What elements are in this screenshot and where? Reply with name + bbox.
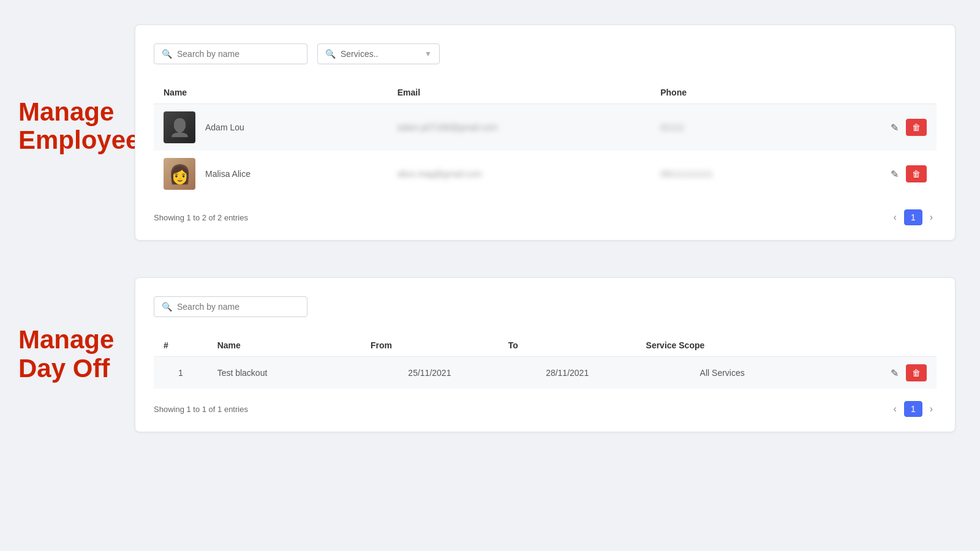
employee-row: Adam Lou adam.p07188@gmail.com 01111 ✎ 🗑 [154,104,937,151]
employees-search-box[interactable]: 🔍 [154,43,307,64]
dayoff-panel: 🔍 # Name From To Service Scope 1 Test bl… [135,277,956,432]
employees-page-1-btn[interactable]: 1 [904,209,922,225]
dayoff-table-head: # Name From To Service Scope [154,334,937,357]
dayoff-table: # Name From To Service Scope 1 Test blac… [154,334,937,389]
services-dropdown-label: Services.. [341,49,420,59]
dayoff-next-btn[interactable]: › [926,402,937,416]
employees-search-input[interactable] [177,49,300,59]
dayoff-actions-cell: ✎ 🗑 [809,357,937,389]
dayoff-edit-button[interactable]: ✎ [888,364,901,381]
employee-edit-button[interactable]: ✎ [888,119,901,136]
dayoff-search-box[interactable]: 🔍 [154,296,307,317]
dayoff-table-footer: Showing 1 to 1 of 1 entries ‹ 1 › [154,401,937,417]
employees-showing-text: Showing 1 to 2 of 2 entries [154,213,248,222]
dayoff-col-scope: Service Scope [636,334,809,357]
dayoff-toolbar: 🔍 [154,296,937,317]
employee-email: alice.mag@gmail.com [398,169,482,179]
dayoff-col-hash: # [154,334,208,357]
employee-name-cell: Adam Lou [154,104,388,151]
services-dropdown[interactable]: 🔍 Services.. ▼ [317,43,440,64]
search-icon: 🔍 [162,49,172,59]
manage-dayoff-label: ManageDay Off [0,326,135,382]
dayoff-name-cell: Test blackout [208,357,361,389]
employee-name: Adam Lou [205,122,244,132]
employee-phone: 01111 [660,122,684,132]
col-header-actions [809,81,937,104]
dayoff-from-cell: 25/11/2021 [361,357,499,389]
avatar [164,158,195,190]
services-search-icon: 🔍 [325,49,336,59]
dayoff-table-body: 1 Test blackout 25/11/2021 28/11/2021 Al… [154,357,937,389]
employees-pagination: ‹ 1 › [890,209,937,225]
col-header-name: Name [154,81,388,104]
employee-edit-button[interactable]: ✎ [888,165,901,182]
employee-actions-cell: ✎ 🗑 [809,151,937,197]
employee-email-cell: alice.mag@gmail.com [388,151,650,197]
dayoff-col-name: Name [208,334,361,357]
employees-table-body: Adam Lou adam.p07188@gmail.com 01111 ✎ 🗑… [154,104,937,198]
dayoff-col-actions [809,334,937,357]
employee-phone-cell: 01111 [650,104,809,151]
employee-action-buttons: ✎ 🗑 [818,119,927,136]
dayoff-search-icon: 🔍 [162,302,172,312]
dayoff-scope-cell: All Services [636,357,809,389]
employee-email-cell: adam.p07188@gmail.com [388,104,650,151]
dayoff-id-cell: 1 [154,357,208,389]
employee-phone-cell: 09111111111 [650,151,809,197]
employee-delete-button[interactable]: 🗑 [906,119,927,136]
dayoff-action-buttons: ✎ 🗑 [818,364,927,381]
dropdown-arrow-icon: ▼ [424,50,432,58]
employee-row: Malisa Alice alice.mag@gmail.com 0911111… [154,151,937,197]
col-header-email: Email [388,81,650,104]
main-content: 🔍 🔍 Services.. ▼ Name Email Phone [135,24,980,527]
employees-panel: 🔍 🔍 Services.. ▼ Name Email Phone [135,24,956,241]
dayoff-col-from: From [361,334,499,357]
employee-action-buttons: ✎ 🗑 [818,165,927,182]
employee-name: Malisa Alice [205,169,251,179]
left-labels-container: ManageEmployees ManageDay Off [0,24,135,527]
dayoff-to-cell: 28/11/2021 [499,357,636,389]
employee-phone: 09111111111 [660,169,713,179]
employees-prev-btn[interactable]: ‹ [890,211,900,224]
employees-next-btn[interactable]: › [926,211,937,224]
dayoff-page-1-btn[interactable]: 1 [904,401,922,417]
employees-table-head: Name Email Phone [154,81,937,104]
employee-delete-button[interactable]: 🗑 [906,165,927,182]
dayoff-col-to: To [499,334,636,357]
employee-name-cell: Malisa Alice [154,151,388,197]
employees-table: Name Email Phone Adam Lou adam.p07188@gm… [154,81,937,197]
avatar [164,111,195,143]
dayoff-prev-btn[interactable]: ‹ [890,402,900,416]
dayoff-pagination: ‹ 1 › [890,401,937,417]
employees-toolbar: 🔍 🔍 Services.. ▼ [154,43,937,64]
employees-table-footer: Showing 1 to 2 of 2 entries ‹ 1 › [154,209,937,225]
dayoff-row: 1 Test blackout 25/11/2021 28/11/2021 Al… [154,357,937,389]
dayoff-search-input[interactable] [177,302,300,312]
employee-email: adam.p07188@gmail.com [398,122,498,132]
dayoff-delete-button[interactable]: 🗑 [906,364,927,381]
manage-employees-label: ManageEmployees [0,98,135,154]
col-header-phone: Phone [650,81,809,104]
dayoff-showing-text: Showing 1 to 1 of 1 entries [154,405,248,414]
employee-actions-cell: ✎ 🗑 [809,104,937,151]
